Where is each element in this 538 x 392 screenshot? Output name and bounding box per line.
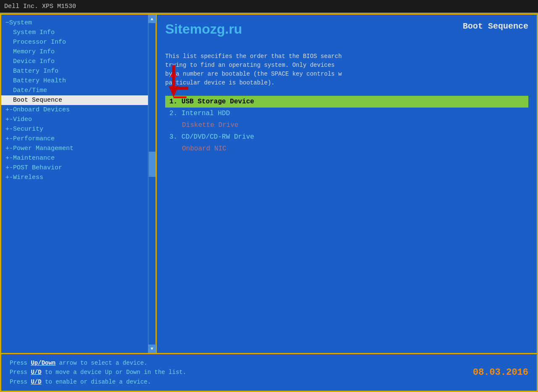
scroll-thumb	[149, 152, 156, 177]
boot-item-onboard-nic[interactable]: Onboard NIC	[165, 143, 528, 155]
sidebar-scrollbar[interactable]: ▲ ▼	[148, 15, 156, 353]
sidebar-item-maintenance[interactable]: +-Maintenance	[1, 153, 156, 163]
sidebar-item-security[interactable]: +-Security	[1, 124, 156, 134]
sidebar-item-performance[interactable]: +-Performance	[1, 134, 156, 144]
sidebar-item-battery-info[interactable]: Battery Info	[1, 66, 156, 76]
title-bar: Dell Inc. XPS M1530	[0, 0, 538, 13]
sidebar-item-system[interactable]: −System	[1, 18, 156, 28]
scroll-down-arrow[interactable]: ▼	[148, 345, 156, 353]
sidebar-item-post-behavior[interactable]: +-POST Behavior	[1, 163, 156, 173]
datetime-display: 08.03.2016	[473, 367, 528, 378]
site-brand: Sitemozg.ru	[165, 21, 242, 37]
desc-line-2: trying to find an operating system. Only…	[165, 61, 528, 70]
scroll-track	[149, 23, 156, 345]
bios-area: −SystemSystem InfoProcessor InfoMemory I…	[0, 13, 538, 392]
bios-content: −SystemSystem InfoProcessor InfoMemory I…	[1, 15, 537, 353]
boot-item-internal-hdd[interactable]: 2. Internal HDD	[165, 108, 528, 119]
boot-list: 1. USB Storage Device2. Internal HDD Dis…	[165, 96, 528, 155]
sidebar-item-processor-info[interactable]: Processor Info	[1, 37, 156, 47]
panel-title: Boot Sequence	[463, 21, 528, 31]
ud2-highlight: U/D	[31, 379, 41, 385]
sidebar-item-wireless[interactable]: +-Wireless	[1, 173, 156, 182]
desc-line-4: particular device is bootable).	[165, 79, 528, 87]
sidebar-item-video[interactable]: +-Video	[1, 115, 156, 124]
updown-highlight: Up/Down	[31, 360, 55, 366]
sidebar-item-boot-sequence[interactable]: Boot Sequence	[1, 95, 156, 105]
ud-highlight: U/D	[31, 369, 41, 376]
status-text: Press Up/Down arrow to select a device. …	[10, 358, 186, 387]
boot-item-cd/dvd/cd-rw-drive[interactable]: 3. CD/DVD/CD-RW Drive	[165, 131, 528, 143]
right-panel: Sitemozg.ru Boot Sequence	[157, 15, 537, 353]
status-line-3: Press U/D to enable or disable a device.	[10, 377, 186, 387]
desc-line-3: by a number are bootable (the SPACE key …	[165, 70, 528, 79]
sidebar-item-battery-health[interactable]: Battery Health	[1, 76, 156, 86]
svg-marker-7	[169, 86, 179, 97]
sidebar-items-container: −SystemSystem InfoProcessor InfoMemory I…	[1, 18, 156, 182]
red-arrow-svg	[165, 63, 195, 105]
sidebar-item-device-info[interactable]: Device Info	[1, 57, 156, 66]
sidebar-item-power-management[interactable]: +-Power Management	[1, 144, 156, 153]
sidebar-item-system-info[interactable]: System Info	[1, 28, 156, 37]
title-text: Dell Inc. XPS M1530	[4, 3, 76, 10]
status-line-1: Press Up/Down arrow to select a device.	[10, 358, 186, 368]
status-line-2: Press U/D to move a device Up or Down in…	[10, 368, 186, 377]
scroll-up-arrow[interactable]: ▲	[148, 15, 156, 23]
sidebar-item-datetime[interactable]: Date/Time	[1, 86, 156, 95]
status-bar: Press Up/Down arrow to select a device. …	[1, 353, 537, 391]
sidebar-item-memory-info[interactable]: Memory Info	[1, 47, 156, 57]
description-text: This list specifies the order that the B…	[165, 52, 528, 87]
sidebar-item-onboard-devices[interactable]: +-Onboard Devices	[1, 105, 156, 115]
desc-line-1: This list specifies the order that the B…	[165, 52, 528, 61]
sidebar: −SystemSystem InfoProcessor InfoMemory I…	[1, 15, 157, 353]
boot-item-diskette-drive[interactable]: Diskette Drive	[165, 119, 528, 131]
boot-item-usb-storage-device[interactable]: 1. USB Storage Device	[165, 96, 528, 108]
